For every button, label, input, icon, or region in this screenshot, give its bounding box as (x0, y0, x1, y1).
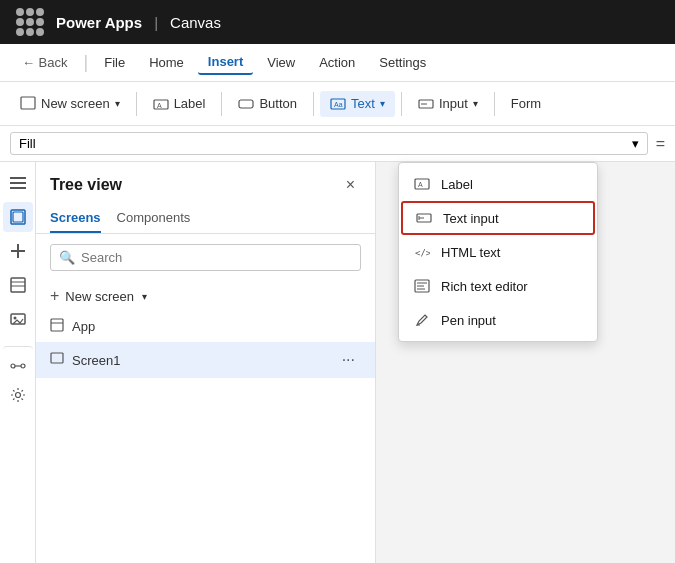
tree-title: Tree view (50, 176, 122, 194)
dropdown-item-html[interactable]: </> HTML text (399, 235, 597, 269)
pen-dropdown-icon (413, 311, 431, 329)
toolbar-separator-5 (494, 92, 495, 116)
text-icon: Aa (330, 96, 346, 112)
iconbar-settings-bottom[interactable] (3, 380, 33, 410)
text-btn-label: Text (351, 96, 375, 111)
button-icon (238, 96, 254, 112)
svg-rect-3 (239, 100, 253, 108)
new-screen-tree-chevron: ▾ (142, 291, 147, 302)
iconbar-data[interactable] (3, 270, 33, 300)
toolbar: New screen ▾ A Label Button Aa Text ▾ In… (0, 82, 675, 126)
insert-menu-item[interactable]: Insert (198, 50, 253, 75)
richtext-dropdown-icon (413, 277, 431, 295)
dropdown-richtext-text: Rich text editor (441, 279, 528, 294)
new-screen-button[interactable]: New screen ▾ (10, 91, 130, 117)
home-menu-item[interactable]: Home (139, 51, 194, 74)
icon-bar (0, 162, 36, 563)
button-button[interactable]: Button (228, 91, 307, 117)
input-chevron: ▾ (473, 98, 478, 109)
back-menu-item[interactable]: ← Back (12, 51, 78, 74)
iconbar-media[interactable] (3, 304, 33, 334)
tree-item-app[interactable]: App (36, 311, 375, 342)
tree-item-app-label: App (72, 319, 95, 334)
svg-rect-12 (13, 212, 23, 222)
tab-screens[interactable]: Screens (50, 204, 101, 233)
new-screen-item[interactable]: + New screen ▾ (36, 281, 375, 311)
text-button[interactable]: Aa Text ▾ (320, 91, 395, 117)
data-icon (10, 277, 26, 293)
form-button[interactable]: Form (501, 91, 551, 116)
input-button[interactable]: Input ▾ (408, 91, 488, 117)
svg-rect-24 (51, 319, 63, 331)
input-icon (418, 96, 434, 112)
label-button[interactable]: A Label (143, 91, 216, 117)
iconbar-connectors[interactable] (3, 346, 33, 376)
svg-text:Aa: Aa (334, 101, 343, 108)
toolbar-separator-1 (136, 92, 137, 116)
fill-label: Fill (19, 136, 36, 151)
media-icon (10, 311, 26, 327)
svg-point-23 (15, 393, 20, 398)
screen1-options-button[interactable]: ··· (336, 349, 361, 371)
svg-point-20 (11, 364, 15, 368)
svg-text:</>: </> (415, 248, 430, 258)
svg-point-19 (13, 317, 16, 320)
form-btn-label: Form (511, 96, 541, 111)
toolbar-separator-4 (401, 92, 402, 116)
fill-eq-symbol: = (656, 135, 665, 153)
iconbar-layers[interactable] (3, 202, 33, 232)
new-screen-tree-label: New screen (65, 289, 134, 304)
main-area: Tree view × Screens Components 🔍 + New s… (0, 162, 675, 563)
text-chevron: ▾ (380, 98, 385, 109)
app-item-icon (50, 318, 64, 335)
title-bar: Power Apps | Canvas (0, 0, 675, 44)
iconbar-add[interactable] (3, 236, 33, 266)
menu-bar: ← Back | File Home Insert View Action Se… (0, 44, 675, 82)
new-screen-plus-icon: + (50, 287, 59, 305)
screen1-item-icon (50, 352, 64, 369)
toolbar-separator-3 (313, 92, 314, 116)
svg-rect-15 (11, 278, 25, 292)
tree-item-screen1[interactable]: Screen1 ··· (36, 342, 375, 378)
tab-components[interactable]: Components (117, 204, 191, 233)
button-btn-label: Button (259, 96, 297, 111)
dropdown-html-text: HTML text (441, 245, 500, 260)
plus-icon (11, 244, 25, 258)
text-dropdown-menu: A Label Text input </> HTML text Rich te… (398, 162, 598, 342)
textinput-dropdown-icon (415, 209, 433, 227)
settings-menu-item[interactable]: Settings (369, 51, 436, 74)
search-input[interactable] (81, 250, 352, 265)
fill-select[interactable]: Fill ▾ (10, 132, 648, 155)
dropdown-item-text-input[interactable]: Text input (401, 201, 595, 235)
tree-items: App Screen1 ··· (36, 311, 375, 563)
toolbar-separator-2 (221, 92, 222, 116)
input-btn-label: Input (439, 96, 468, 111)
menu-separator-1: | (84, 52, 89, 73)
svg-rect-0 (21, 97, 35, 109)
new-screen-label: New screen (41, 96, 110, 111)
svg-text:A: A (418, 181, 423, 188)
connectors-icon (10, 358, 26, 374)
fill-bar: Fill ▾ = (0, 126, 675, 162)
tree-header: Tree view × (36, 162, 375, 204)
tree-close-button[interactable]: × (340, 174, 361, 196)
action-menu-item[interactable]: Action (309, 51, 365, 74)
dropdown-label-text: Label (441, 177, 473, 192)
tree-panel: Tree view × Screens Components 🔍 + New s… (36, 162, 376, 563)
dropdown-pen-text: Pen input (441, 313, 496, 328)
hamburger-icon (10, 176, 26, 190)
dropdown-item-label[interactable]: A Label (399, 167, 597, 201)
view-menu-item[interactable]: View (257, 51, 305, 74)
dropdown-item-rich-text[interactable]: Rich text editor (399, 269, 597, 303)
settings-icon (10, 387, 26, 403)
new-screen-icon (20, 96, 36, 112)
html-dropdown-icon: </> (413, 243, 431, 261)
iconbar-menu[interactable] (3, 168, 33, 198)
tree-item-screen1-label: Screen1 (72, 353, 120, 368)
layers-icon (10, 209, 26, 225)
svg-point-21 (21, 364, 25, 368)
tree-search-box[interactable]: 🔍 (50, 244, 361, 271)
file-menu-item[interactable]: File (94, 51, 135, 74)
dropdown-item-pen[interactable]: Pen input (399, 303, 597, 337)
svg-rect-26 (51, 353, 63, 363)
